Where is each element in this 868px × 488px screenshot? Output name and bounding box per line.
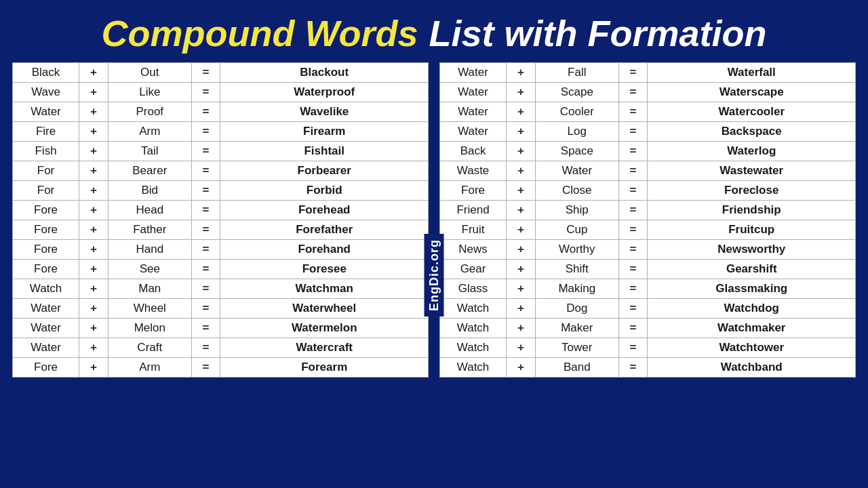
- table-cell: News: [440, 240, 507, 260]
- table-cell: Ship: [535, 201, 618, 220]
- table-cell: Making: [535, 279, 618, 299]
- right-table-wrap: Water+Fall=WaterfallWater+Scape=Watersca…: [434, 62, 856, 480]
- table-cell: =: [618, 299, 648, 319]
- table-cell: +: [507, 122, 536, 142]
- table-cell: For: [13, 181, 79, 201]
- table-cell: +: [507, 161, 536, 181]
- table-cell: +: [507, 338, 536, 358]
- table-cell: Worthy: [535, 240, 618, 260]
- table-cell: Log: [535, 122, 618, 142]
- table-cell: Cup: [535, 220, 618, 240]
- table-cell: Waterproof: [220, 83, 429, 102]
- table-row: Water+Melon=Watermelon: [13, 319, 429, 338]
- table-cell: Watchman: [220, 279, 429, 299]
- table-cell: Forehand: [220, 240, 429, 260]
- table-cell: +: [79, 240, 108, 260]
- table-cell: =: [191, 83, 220, 102]
- table-cell: Water: [13, 338, 79, 358]
- table-cell: +: [79, 319, 108, 338]
- table-cell: +: [507, 201, 536, 220]
- table-cell: =: [618, 63, 648, 83]
- table-row: Waste+Water=Wastewater: [440, 161, 856, 181]
- table-cell: Glassmaking: [648, 279, 856, 299]
- table-row: Water+Scape=Waterscape: [440, 83, 856, 102]
- table-cell: Watchdog: [648, 299, 856, 319]
- table-row: For+Bearer=Forbearer: [13, 161, 429, 181]
- header-white: List with Formation: [429, 12, 766, 54]
- table-cell: Wastewater: [648, 161, 856, 181]
- table-row: Back+Space=Waterlog: [440, 142, 856, 161]
- table-cell: +: [79, 102, 108, 122]
- table-cell: Newsworthy: [648, 240, 856, 260]
- table-row: Water+Craft=Watercraft: [13, 338, 429, 358]
- table-row: Watch+Man=Watchman: [13, 279, 429, 299]
- table-row: Black+Out=Blackout: [13, 63, 429, 83]
- table-cell: Craft: [108, 338, 191, 358]
- table-cell: Forearm: [220, 358, 429, 378]
- table-cell: =: [618, 201, 648, 220]
- table-row: Water+Wheel=Waterwheel: [13, 299, 429, 319]
- table-cell: Tail: [108, 142, 191, 161]
- table-cell: Water: [440, 83, 507, 102]
- table-cell: =: [618, 83, 648, 102]
- table-cell: +: [79, 63, 108, 83]
- table-cell: =: [191, 319, 220, 338]
- table-row: Fire+Arm=Firearm: [13, 122, 429, 142]
- table-cell: =: [191, 279, 220, 299]
- table-cell: +: [79, 122, 108, 142]
- table-cell: =: [618, 181, 648, 201]
- table-row: Water+Proof=Wavelike: [13, 102, 429, 122]
- table-cell: Water: [535, 161, 618, 181]
- table-cell: =: [618, 122, 648, 142]
- table-cell: Forehead: [220, 201, 429, 220]
- table-cell: +: [507, 83, 536, 102]
- table-cell: Bid: [108, 181, 191, 201]
- table-cell: +: [507, 260, 536, 279]
- table-cell: =: [191, 201, 220, 220]
- table-cell: Fore: [13, 201, 79, 220]
- table-cell: Fruit: [440, 220, 507, 240]
- table-cell: Melon: [108, 319, 191, 338]
- table-cell: Watch: [440, 299, 507, 319]
- table-cell: Watercooler: [648, 102, 856, 122]
- table-cell: +: [507, 240, 536, 260]
- table-row: Gear+Shift=Gearshift: [440, 260, 856, 279]
- table-cell: =: [191, 260, 220, 279]
- table-cell: =: [191, 358, 220, 378]
- table-cell: =: [191, 161, 220, 181]
- table-cell: =: [618, 319, 648, 338]
- table-cell: Wavelike: [220, 102, 429, 122]
- table-row: Water+Fall=Waterfall: [440, 63, 856, 83]
- table-cell: Fall: [535, 63, 618, 83]
- left-table: Black+Out=BlackoutWave+Like=WaterproofWa…: [12, 62, 429, 378]
- table-cell: Black: [13, 63, 79, 83]
- table-cell: Forbearer: [220, 161, 429, 181]
- table-cell: =: [191, 102, 220, 122]
- table-cell: +: [507, 102, 536, 122]
- table-cell: Space: [535, 142, 618, 161]
- header-yellow: Compound Words: [102, 12, 418, 54]
- table-cell: +: [79, 358, 108, 378]
- table-cell: Out: [108, 63, 191, 83]
- table-row: Fore+Father=Forefather: [13, 220, 429, 240]
- table-cell: Watercraft: [220, 338, 429, 358]
- table-cell: Fore: [13, 358, 79, 378]
- table-cell: Forefather: [220, 220, 429, 240]
- table-cell: Backspace: [648, 122, 856, 142]
- left-table-wrap: Black+Out=BlackoutWave+Like=WaterproofWa…: [12, 62, 434, 480]
- table-cell: Like: [108, 83, 191, 102]
- table-cell: =: [618, 338, 648, 358]
- table-cell: Arm: [108, 358, 191, 378]
- table-cell: Waterfall: [648, 63, 856, 83]
- table-cell: Fore: [13, 240, 79, 260]
- table-cell: +: [507, 319, 536, 338]
- table-row: Fore+See=Foresee: [13, 260, 429, 279]
- table-cell: Water: [440, 63, 507, 83]
- table-cell: Waterlog: [648, 142, 856, 161]
- table-cell: Watch: [13, 279, 79, 299]
- table-cell: =: [191, 181, 220, 201]
- table-cell: Wave: [13, 83, 79, 102]
- table-cell: Water: [440, 102, 507, 122]
- page-header: Compound Words List with Formation: [0, 0, 868, 62]
- table-cell: +: [79, 220, 108, 240]
